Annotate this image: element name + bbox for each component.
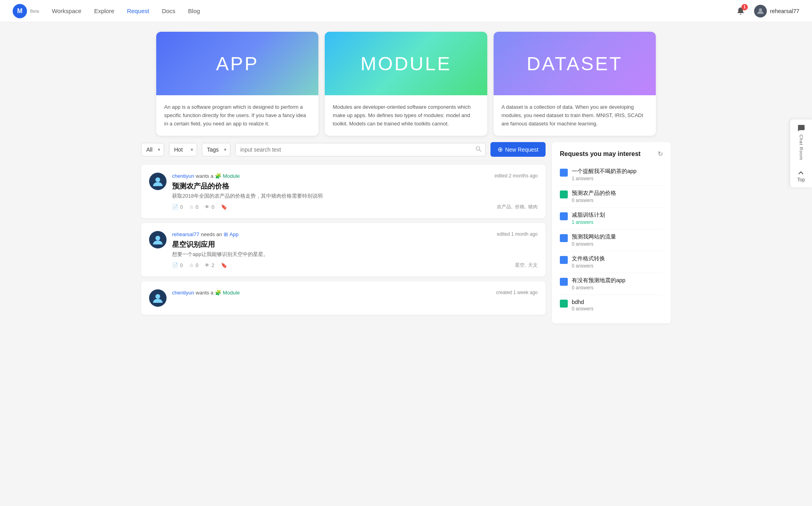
sidebar-icon-3 — [560, 234, 568, 242]
hero-card-module[interactable]: MODULE Modules are developer-oriented so… — [325, 32, 487, 136]
app-grid-icon: ⊞ — [224, 231, 228, 237]
req-title-1[interactable]: 星空识别应用 — [172, 240, 538, 249]
req-stars-0[interactable]: ☆ 0 — [189, 204, 198, 210]
sidebar-header: Requests you may interest ↻ — [560, 150, 663, 158]
hero-body-app: An app is a software program which is de… — [156, 95, 318, 136]
user-menu[interactable]: rehearsal77 — [754, 5, 799, 17]
nav-link-docs[interactable]: Docs — [162, 6, 175, 16]
all-filter-wrapper: All — [141, 143, 164, 156]
req-tag-1-1[interactable]: 天文 — [528, 262, 538, 269]
req-action-1: needs an — [201, 231, 224, 237]
svg-point-3 — [155, 177, 160, 182]
hero-body-dataset: A dataset is a collection of data. When … — [494, 95, 656, 136]
nav-links: Workspace Explore Request Docs Blog — [52, 6, 735, 16]
notification-bell[interactable]: 1 — [735, 6, 746, 17]
svg-point-5 — [155, 294, 160, 299]
hero-card-app[interactable]: APP An app is a software program which i… — [156, 32, 318, 136]
req-timestamp-1: edited 1 month ago — [497, 231, 538, 237]
bookmark-icon: 🔖 — [221, 204, 227, 210]
sidebar-icon-6 — [560, 300, 568, 308]
sidebar-item-6[interactable]: bdhd 0 answers — [560, 295, 663, 316]
req-stars-1[interactable]: ☆ 0 — [189, 262, 198, 268]
eye-icon: 👁 — [205, 204, 210, 210]
req-tag-0-0[interactable]: 农产品, — [497, 204, 512, 210]
avatar-icon — [756, 7, 764, 15]
req-stats-0: 📄 0 ☆ 0 👁 0 — [172, 204, 227, 210]
req-timestamp-0: edited 2 months ago — [494, 173, 538, 179]
all-filter-select[interactable]: All — [141, 143, 164, 156]
request-item: chentiyun wants a 🧩 Module edited 2 mont… — [141, 165, 546, 218]
hero-banner-dataset: DATASET — [494, 32, 656, 95]
req-comments-1: 📄 0 — [172, 262, 183, 268]
svg-point-4 — [155, 236, 160, 240]
sidebar-item-content-2: 减脂训练计划 1 answers — [572, 212, 663, 225]
req-timestamp-2: created 1 week ago — [496, 290, 538, 295]
svg-point-0 — [759, 8, 762, 12]
req-views-1: 👁 2 — [205, 262, 214, 268]
bookmark-icon-1: 🔖 — [221, 262, 227, 268]
author-avatar-1 — [149, 231, 167, 248]
hero-title-module: MODULE — [360, 53, 451, 75]
hot-filter-wrapper: Hot New Top — [169, 143, 197, 156]
hero-title-app: APP — [216, 53, 259, 75]
sidebar-item-2[interactable]: 减脂训练计划 1 answers — [560, 208, 663, 229]
req-bookmark-0[interactable]: 🔖 — [221, 204, 227, 210]
nav-link-workspace[interactable]: Workspace — [52, 6, 82, 16]
req-title-0[interactable]: 预测农产品的价格 — [172, 181, 538, 191]
sidebar-item-3[interactable]: 预测我网站的流量 0 answers — [560, 229, 663, 251]
hot-filter-select[interactable]: Hot New Top — [169, 143, 197, 156]
nav-link-request[interactable]: Request — [127, 6, 149, 16]
sidebar-item-content-3: 预测我网站的流量 0 answers — [572, 233, 663, 247]
req-action-0: wants a — [196, 173, 215, 179]
req-type-0: 🧩 Module — [215, 173, 240, 179]
sidebar-item-1[interactable]: 预测农产品的价格 0 answers — [560, 186, 663, 208]
puzzle-icon-2: 🧩 — [215, 290, 221, 296]
req-bookmark-1[interactable]: 🔖 — [221, 262, 227, 268]
req-tag-1-0[interactable]: 星空, — [515, 262, 526, 269]
req-author-0[interactable]: chentiyun — [172, 173, 194, 179]
sidebar-item-content-4: 文件格式转换 0 answers — [572, 255, 663, 269]
hero-body-module: Modules are developer-oriented software … — [325, 95, 487, 136]
request-item-2: chentiyun wants a 🧩 Module created 1 wee… — [141, 281, 546, 315]
nav-link-explore[interactable]: Explore — [94, 6, 114, 16]
chat-icon — [797, 124, 805, 132]
sidebar-icon-0 — [560, 169, 568, 177]
sidebar-item-content-0: 一个提醒我不喝奶茶的app 1 answers — [572, 168, 663, 181]
req-desc-1: 想要一个app让我能够识别天空中的星星。 — [172, 251, 538, 258]
sidebar-item-4[interactable]: 文件格式转换 0 answers — [560, 251, 663, 273]
req-type-1: ⊞ App — [224, 231, 239, 237]
author-avatar — [149, 173, 167, 190]
sidebar-item-5[interactable]: 有没有预测地震的app 0 answers — [560, 273, 663, 295]
sidebar-icon-4 — [560, 256, 568, 264]
tags-filter-wrapper: Tags — [202, 143, 230, 156]
plus-icon: ⊕ — [498, 146, 503, 153]
hero-card-dataset[interactable]: DATASET A dataset is a collection of dat… — [494, 32, 656, 136]
username-label: rehearsal77 — [770, 8, 799, 14]
tags-filter-select[interactable]: Tags — [202, 143, 230, 156]
req-tags-1: 星空, 天文 — [515, 262, 538, 269]
nav-right: 1 rehearsal77 — [735, 5, 799, 17]
nav-link-blog[interactable]: Blog — [188, 6, 200, 16]
top-button[interactable]: Top — [797, 170, 805, 183]
request-section: All Hot New Top Tags — [141, 142, 546, 323]
sidebar-icon-5 — [560, 278, 568, 286]
req-author-1[interactable]: rehearsal77 — [172, 231, 199, 237]
sidebar-section: Requests you may interest ↻ 一个提醒我不喝奶茶的ap… — [552, 142, 671, 323]
svg-line-2 — [479, 150, 481, 151]
comment-icon-1: 📄 — [172, 262, 178, 268]
req-tags-0: 农产品, 价格, 猪肉 — [497, 204, 538, 210]
sidebar-title: Requests you may interest — [560, 150, 641, 158]
req-stats-1: 📄 0 ☆ 0 👁 2 — [172, 262, 227, 268]
search-input[interactable] — [235, 143, 486, 156]
req-action-2: wants a — [196, 290, 215, 296]
notification-count: 1 — [741, 4, 748, 10]
main-layout: All Hot New Top Tags — [128, 136, 684, 330]
new-request-button[interactable]: ⊕ New Request — [490, 142, 546, 157]
sidebar-item-0[interactable]: 一个提醒我不喝奶茶的app 1 answers — [560, 164, 663, 186]
req-type-2: 🧩 Module — [215, 290, 240, 296]
refresh-button[interactable]: ↻ — [658, 150, 663, 158]
req-author-2[interactable]: chentiyun — [172, 290, 194, 296]
req-tag-0-1[interactable]: 价格, — [515, 204, 526, 210]
req-tag-0-2[interactable]: 猪肉 — [528, 204, 538, 210]
chat-room-button[interactable]: Chat Room — [797, 124, 805, 160]
